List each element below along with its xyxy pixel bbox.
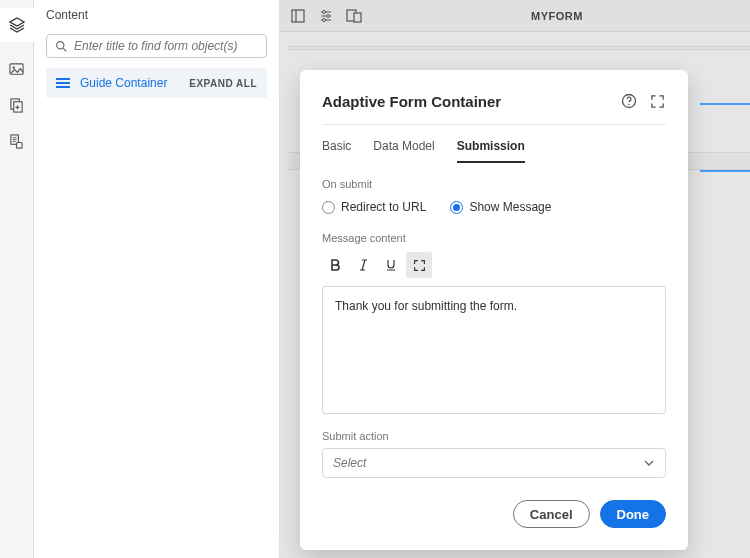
message-body-text: Thank you for submitting the form. — [335, 299, 517, 313]
radio-label: Show Message — [469, 200, 551, 214]
help-icon[interactable] — [620, 92, 638, 110]
svg-rect-7 — [292, 10, 304, 22]
rte-toolbar — [322, 252, 666, 278]
tab-data-model[interactable]: Data Model — [373, 139, 434, 163]
data-sources-icon[interactable] — [8, 132, 26, 150]
search-input[interactable] — [74, 39, 258, 53]
message-content-label: Message content — [322, 232, 666, 244]
radio-label: Redirect to URL — [341, 200, 426, 214]
dialog-tabs: Basic Data Model Submission — [322, 139, 666, 164]
radio-show-message[interactable]: Show Message — [450, 200, 551, 214]
cancel-button[interactable]: Cancel — [513, 500, 590, 528]
bold-button[interactable] — [322, 252, 348, 278]
select-value: Select — [333, 456, 366, 470]
svg-point-10 — [323, 18, 326, 21]
components-icon[interactable] — [8, 96, 26, 114]
search-icon — [55, 40, 68, 53]
underline-button[interactable] — [378, 252, 404, 278]
content-panel: Content Guide Container EXPAND ALL — [34, 0, 280, 558]
italic-button[interactable] — [350, 252, 376, 278]
settings-icon[interactable] — [318, 8, 334, 24]
layout-icon[interactable] — [290, 8, 306, 24]
svg-point-8 — [323, 10, 326, 13]
tab-basic[interactable]: Basic — [322, 139, 351, 163]
submit-action-select[interactable]: Select — [322, 448, 666, 478]
fullscreen-icon[interactable] — [648, 92, 666, 110]
svg-point-14 — [628, 104, 630, 106]
chevron-down-icon — [643, 457, 655, 469]
svg-point-1 — [12, 66, 14, 68]
on-submit-label: On submit — [322, 178, 666, 190]
submit-action-label: Submit action — [322, 430, 666, 442]
expand-all-button[interactable]: EXPAND ALL — [189, 78, 257, 89]
left-rail — [0, 0, 34, 558]
form-container-dialog: Adaptive Form Container Basic Data Model… — [300, 70, 688, 550]
tree-item-label: Guide Container — [80, 76, 179, 90]
rte-fullscreen-button[interactable] — [406, 252, 432, 278]
tree-item-guide-container[interactable]: Guide Container EXPAND ALL — [46, 68, 267, 98]
content-tree-icon[interactable] — [0, 8, 34, 42]
form-name: MYFORM — [374, 10, 740, 22]
message-content-editor[interactable]: Thank you for submitting the form. — [322, 286, 666, 414]
canvas-toolbar: MYFORM — [280, 0, 750, 32]
dialog-title: Adaptive Form Container — [322, 93, 610, 110]
search-input-wrapper[interactable] — [46, 34, 267, 58]
tab-submission[interactable]: Submission — [457, 139, 525, 163]
content-panel-title: Content — [34, 0, 279, 28]
svg-rect-5 — [17, 142, 23, 148]
device-icon[interactable] — [346, 8, 362, 24]
assets-icon[interactable] — [8, 60, 26, 78]
svg-rect-12 — [354, 13, 361, 22]
svg-point-9 — [327, 14, 330, 17]
radio-redirect-to-url[interactable]: Redirect to URL — [322, 200, 426, 214]
form-container-icon — [56, 78, 70, 88]
done-button[interactable]: Done — [600, 500, 667, 528]
svg-point-6 — [57, 41, 64, 48]
